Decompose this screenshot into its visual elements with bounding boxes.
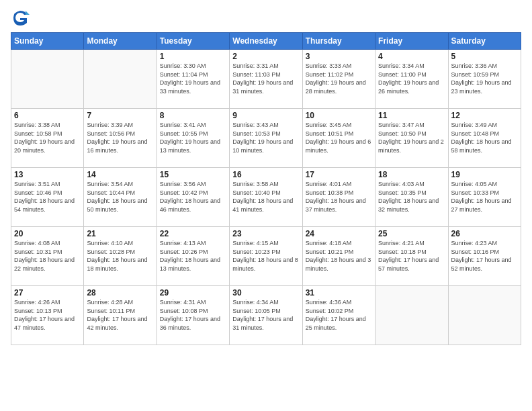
day-number: 23 [232,229,299,238]
calendar-cell: 25Sunrise: 4:21 AM Sunset: 10:18 PM Dayl… [375,227,448,286]
day-info: Sunrise: 4:31 AM Sunset: 10:08 PM Daylig… [160,298,226,332]
day-info: Sunrise: 4:18 AM Sunset: 10:21 PM Daylig… [306,239,372,273]
day-number: 31 [306,288,372,298]
day-info: Sunrise: 3:41 AM Sunset: 10:55 PM Daylig… [160,121,226,154]
day-number: 17 [306,170,372,179]
day-number: 14 [87,170,153,179]
day-number: 29 [160,288,226,298]
day-number: 25 [378,229,445,238]
calendar-cell: 2Sunrise: 3:31 AM Sunset: 11:03 PM Dayli… [230,50,302,109]
day-header-tuesday: Tuesday [157,33,229,50]
calendar-cell: 6Sunrise: 3:38 AM Sunset: 10:58 PM Dayli… [11,109,84,168]
day-info: Sunrise: 3:36 AM Sunset: 10:59 PM Daylig… [451,62,518,95]
day-number: 27 [14,288,81,298]
calendar-week-2: 6Sunrise: 3:38 AM Sunset: 10:58 PM Dayli… [11,109,521,168]
day-number: 22 [160,229,226,238]
day-number: 1 [160,52,226,61]
day-number: 28 [87,288,153,298]
day-info: Sunrise: 3:43 AM Sunset: 10:53 PM Daylig… [232,121,299,154]
day-header-wednesday: Wednesday [230,33,302,50]
day-info: Sunrise: 4:05 AM Sunset: 10:33 PM Daylig… [451,180,518,214]
day-number: 21 [87,229,153,238]
logo [11,8,31,27]
calendar-cell [84,50,157,109]
calendar-cell: 24Sunrise: 4:18 AM Sunset: 10:21 PM Dayl… [302,227,375,286]
logo-icon [11,8,30,27]
day-info: Sunrise: 3:45 AM Sunset: 10:51 PM Daylig… [306,121,372,154]
calendar-cell: 22Sunrise: 4:13 AM Sunset: 10:26 PM Dayl… [157,227,229,286]
day-number: 10 [306,111,372,120]
page: SundayMondayTuesdayWednesdayThursdayFrid… [0,0,532,411]
day-info: Sunrise: 3:49 AM Sunset: 10:48 PM Daylig… [451,121,518,154]
day-info: Sunrise: 4:36 AM Sunset: 10:02 PM Daylig… [306,298,372,332]
day-info: Sunrise: 4:28 AM Sunset: 10:11 PM Daylig… [87,298,153,332]
day-header-saturday: Saturday [448,33,521,50]
day-number: 8 [160,111,226,120]
day-number: 19 [451,170,518,179]
day-header-friday: Friday [375,33,448,50]
day-number: 30 [232,288,299,298]
day-number: 6 [14,111,81,120]
calendar-cell: 1Sunrise: 3:30 AM Sunset: 11:04 PM Dayli… [157,50,229,109]
day-info: Sunrise: 3:39 AM Sunset: 10:56 PM Daylig… [87,121,153,154]
calendar-cell: 8Sunrise: 3:41 AM Sunset: 10:55 PM Dayli… [157,109,229,168]
day-header-sunday: Sunday [11,33,84,50]
calendar-week-3: 13Sunrise: 3:51 AM Sunset: 10:46 PM Dayl… [11,168,521,227]
day-header-thursday: Thursday [302,33,375,50]
calendar-cell: 27Sunrise: 4:26 AM Sunset: 10:13 PM Dayl… [11,286,84,345]
day-info: Sunrise: 3:33 AM Sunset: 11:02 PM Daylig… [306,62,372,95]
day-number: 13 [14,170,81,179]
day-info: Sunrise: 4:23 AM Sunset: 10:16 PM Daylig… [451,239,518,273]
day-info: Sunrise: 3:51 AM Sunset: 10:46 PM Daylig… [14,180,81,214]
calendar-cell: 30Sunrise: 4:34 AM Sunset: 10:05 PM Dayl… [230,286,302,345]
calendar-cell: 9Sunrise: 3:43 AM Sunset: 10:53 PM Dayli… [230,109,302,168]
day-number: 18 [378,170,445,179]
day-info: Sunrise: 4:10 AM Sunset: 10:28 PM Daylig… [87,239,153,273]
day-number: 24 [306,229,372,238]
calendar-header-row: SundayMondayTuesdayWednesdayThursdayFrid… [11,33,521,50]
day-info: Sunrise: 3:34 AM Sunset: 11:00 PM Daylig… [378,62,445,95]
calendar-cell: 16Sunrise: 3:58 AM Sunset: 10:40 PM Dayl… [230,168,302,227]
day-info: Sunrise: 4:15 AM Sunset: 10:23 PM Daylig… [232,239,299,273]
calendar-cell: 28Sunrise: 4:28 AM Sunset: 10:11 PM Dayl… [84,286,157,345]
calendar-cell [11,50,84,109]
day-info: Sunrise: 4:01 AM Sunset: 10:38 PM Daylig… [306,180,372,214]
calendar-cell: 18Sunrise: 4:03 AM Sunset: 10:35 PM Dayl… [375,168,448,227]
calendar-cell: 21Sunrise: 4:10 AM Sunset: 10:28 PM Dayl… [84,227,157,286]
calendar-cell: 26Sunrise: 4:23 AM Sunset: 10:16 PM Dayl… [448,227,521,286]
calendar-cell: 13Sunrise: 3:51 AM Sunset: 10:46 PM Dayl… [11,168,84,227]
day-header-monday: Monday [84,33,157,50]
day-info: Sunrise: 3:54 AM Sunset: 10:44 PM Daylig… [87,180,153,214]
day-info: Sunrise: 3:38 AM Sunset: 10:58 PM Daylig… [14,121,81,154]
header [11,8,521,27]
day-number: 7 [87,111,153,120]
day-number: 12 [451,111,518,120]
calendar-cell: 15Sunrise: 3:56 AM Sunset: 10:42 PM Dayl… [157,168,229,227]
day-info: Sunrise: 3:47 AM Sunset: 10:50 PM Daylig… [378,121,445,154]
calendar-cell: 14Sunrise: 3:54 AM Sunset: 10:44 PM Dayl… [84,168,157,227]
calendar-cell: 23Sunrise: 4:15 AM Sunset: 10:23 PM Dayl… [230,227,302,286]
day-number: 11 [378,111,445,120]
calendar-week-4: 20Sunrise: 4:08 AM Sunset: 10:31 PM Dayl… [11,227,521,286]
day-number: 5 [451,52,518,61]
day-number: 26 [451,229,518,238]
calendar-cell: 3Sunrise: 3:33 AM Sunset: 11:02 PM Dayli… [302,50,375,109]
day-number: 3 [306,52,372,61]
day-info: Sunrise: 3:30 AM Sunset: 11:04 PM Daylig… [160,62,226,95]
day-info: Sunrise: 4:26 AM Sunset: 10:13 PM Daylig… [14,298,81,332]
calendar-cell: 4Sunrise: 3:34 AM Sunset: 11:00 PM Dayli… [375,50,448,109]
calendar-week-1: 1Sunrise: 3:30 AM Sunset: 11:04 PM Dayli… [11,50,521,109]
calendar-cell: 12Sunrise: 3:49 AM Sunset: 10:48 PM Dayl… [448,109,521,168]
day-info: Sunrise: 4:13 AM Sunset: 10:26 PM Daylig… [160,239,226,273]
calendar-cell: 29Sunrise: 4:31 AM Sunset: 10:08 PM Dayl… [157,286,229,345]
calendar-cell: 17Sunrise: 4:01 AM Sunset: 10:38 PM Dayl… [302,168,375,227]
calendar-cell: 19Sunrise: 4:05 AM Sunset: 10:33 PM Dayl… [448,168,521,227]
day-number: 15 [160,170,226,179]
day-number: 16 [232,170,299,179]
day-info: Sunrise: 3:58 AM Sunset: 10:40 PM Daylig… [232,180,299,214]
calendar-cell: 10Sunrise: 3:45 AM Sunset: 10:51 PM Dayl… [302,109,375,168]
calendar: SundayMondayTuesdayWednesdayThursdayFrid… [11,32,521,345]
calendar-cell: 11Sunrise: 3:47 AM Sunset: 10:50 PM Dayl… [375,109,448,168]
day-number: 4 [378,52,445,61]
day-info: Sunrise: 3:31 AM Sunset: 11:03 PM Daylig… [232,62,299,95]
